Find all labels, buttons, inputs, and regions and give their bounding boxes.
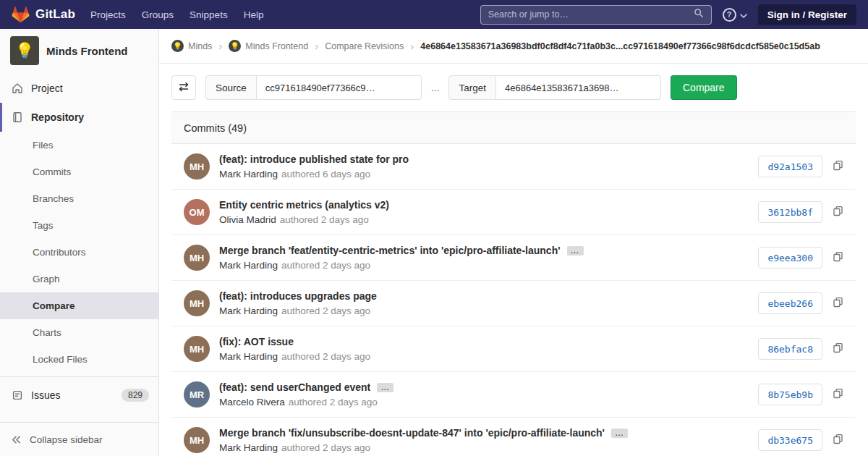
global-search[interactable] (480, 5, 712, 25)
commit-title-link[interactable]: (feat): introduces upgrades page (219, 290, 377, 302)
search-input[interactable] (488, 9, 688, 20)
sidebar-subitem-locked-files[interactable]: Locked Files (0, 346, 158, 373)
commit-authored-time: authored 2 days ago (289, 397, 378, 408)
sidebar-item-issues[interactable]: Issues 829 (0, 381, 158, 410)
nav-link-snippets[interactable]: Snippets (182, 9, 236, 20)
commit-author-avatar: MH (184, 290, 210, 316)
breadcrumb-separator: › (410, 40, 414, 52)
revision-range-separator: ... (431, 82, 440, 93)
sidebar-subitem-charts[interactable]: Charts (0, 319, 158, 346)
breadcrumb-label: Minds Frontend (245, 41, 308, 51)
chevron-down-icon (740, 8, 747, 21)
commit-author-link[interactable]: Marcelo Rivera (219, 397, 285, 408)
breadcrumb-label: Compare Revisions (325, 41, 404, 51)
sidebar-subitem-contributors[interactable]: Contributors (0, 239, 158, 266)
commit-row: MH (fix): AOT issue Mark Harding authore… (171, 326, 856, 372)
copy-icon (833, 388, 843, 401)
commit-sha-link[interactable]: 8b75eb9b (758, 384, 822, 405)
commit-title-link[interactable]: (feat): send userChanged event (219, 381, 370, 393)
sign-in-register-button[interactable]: Sign in / Register (758, 4, 856, 25)
commit-title-link[interactable]: Entity centric metrics (analytics v2) (219, 199, 389, 211)
commit-row: MH Merge branch 'fix/unsubscribe-doesnt-… (171, 418, 856, 456)
sidebar-project-link[interactable]: 💡 Minds Frontend (0, 29, 158, 74)
sidebar-subitem-files[interactable]: Files (0, 132, 158, 159)
gitlab-tanuki-icon (12, 6, 30, 23)
copy-sha-button[interactable] (833, 160, 843, 173)
commit-list: MH (feat): introduce published state for… (171, 144, 856, 456)
project-name: Minds Frontend (46, 45, 128, 57)
sidebar-subitem-compare[interactable]: Compare (0, 292, 158, 319)
copy-sha-button[interactable] (833, 297, 843, 310)
commits-panel: Commits (49) MH (feat): introduce publis… (171, 111, 856, 456)
breadcrumb-item[interactable]: Compare Revisions (325, 41, 404, 51)
commit-author-link[interactable]: Mark Harding (219, 169, 278, 180)
gitlab-logo[interactable]: GitLab (12, 6, 75, 23)
expand-commit-message-button[interactable]: … (611, 428, 628, 438)
sidebar-subitem-branches[interactable]: Branches (0, 185, 158, 212)
commit-author-avatar: MH (184, 336, 210, 362)
commit-sha-link[interactable]: e9eea300 (758, 247, 822, 269)
commit-title-link[interactable]: Merge branch 'feat/entity-centric-metric… (219, 245, 561, 256)
target-label: Target (448, 75, 496, 100)
commit-info: Entity centric metrics (analytics v2) Ol… (219, 199, 746, 225)
breadcrumb-item[interactable]: 💡Minds (171, 40, 212, 52)
nav-link-help[interactable]: Help (236, 9, 272, 20)
commit-author-link[interactable]: Mark Harding (219, 351, 278, 362)
sidebar-subitem-commits[interactable]: Commits (0, 159, 158, 185)
commit-author-avatar: MH (184, 153, 210, 180)
expand-commit-message-button[interactable]: … (567, 246, 584, 256)
collapse-sidebar-button[interactable]: Collapse sidebar (0, 422, 158, 456)
copy-icon (833, 434, 843, 447)
copy-sha-button[interactable] (833, 342, 843, 355)
commit-sha-link[interactable]: db33e675 (758, 429, 822, 451)
help-icon: ? (723, 8, 736, 22)
copy-sha-button[interactable] (833, 251, 843, 264)
copy-icon (833, 251, 843, 264)
commit-sha-link[interactable]: 86ebfac8 (758, 338, 822, 360)
project-sidebar: 💡 Minds Frontend Project R (0, 29, 159, 456)
compare-button[interactable]: Compare (671, 75, 737, 100)
swap-revisions-button[interactable] (171, 75, 196, 100)
copy-sha-button[interactable] (833, 434, 843, 447)
expand-commit-message-button[interactable]: … (377, 383, 393, 392)
sidebar-item-repository[interactable]: Repository (0, 103, 158, 132)
commit-info: (feat): introduce published state for pr… (219, 153, 746, 180)
help-menu[interactable]: ? (723, 8, 747, 22)
commit-info: Merge branch 'feat/entity-centric-metric… (219, 245, 746, 271)
sidebar-subitem-graph[interactable]: Graph (0, 266, 158, 292)
commit-author-link[interactable]: Mark Harding (219, 260, 278, 271)
nav-menu: ProjectsGroupsSnippetsHelp (82, 9, 271, 20)
commit-title-link[interactable]: (feat): introduce published state for pr… (219, 153, 409, 165)
sidebar-subitem-tags[interactable]: Tags (0, 212, 158, 239)
breadcrumb: 💡Minds›💡Minds Frontend›Compare Revisions… (159, 29, 868, 64)
repository-submenu: FilesCommitsBranchesTagsContributorsGrap… (0, 132, 158, 373)
commit-sha-link[interactable]: ebeeb266 (758, 292, 822, 314)
sidebar-item-label: Repository (31, 111, 84, 123)
home-icon (12, 83, 23, 94)
breadcrumb-item[interactable]: 💡Minds Frontend (229, 40, 308, 52)
double-chevron-left-icon (11, 434, 22, 445)
commit-author-link[interactable]: Mark Harding (219, 305, 278, 316)
sidebar-item-label: Issues (31, 389, 60, 401)
commit-title-link[interactable]: (fix): AOT issue (219, 336, 294, 347)
commit-title-link[interactable]: Merge branch 'fix/unsubscribe-doesnt-upd… (219, 427, 605, 439)
source-ref-dropdown[interactable]: cc971618490ef77366c9… (257, 75, 422, 100)
commit-authored-time: authored 2 days ago (281, 351, 370, 362)
sidebar-item-project[interactable]: Project (0, 74, 158, 103)
source-label: Source (205, 75, 257, 100)
breadcrumb-avatar: 💡 (229, 40, 241, 52)
copy-icon (833, 342, 843, 355)
commit-actions: 3612bb8f (758, 201, 843, 223)
target-ref-dropdown[interactable]: 4e6864e13583671a3698… (496, 75, 661, 100)
sidebar-divider (0, 376, 158, 377)
nav-link-projects[interactable]: Projects (82, 9, 134, 20)
issues-count-badge: 829 (122, 389, 149, 402)
commit-sha-link[interactable]: d92a1503 (758, 156, 822, 177)
copy-sha-button[interactable] (833, 388, 843, 401)
commit-sha-link[interactable]: 3612bb8f (758, 201, 822, 223)
commit-author-link[interactable]: Mark Harding (219, 442, 278, 453)
copy-sha-button[interactable] (833, 206, 843, 219)
commit-info: Merge branch 'fix/unsubscribe-doesnt-upd… (219, 427, 746, 453)
commit-author-link[interactable]: Olivia Madrid (219, 214, 276, 225)
nav-link-groups[interactable]: Groups (134, 9, 182, 20)
